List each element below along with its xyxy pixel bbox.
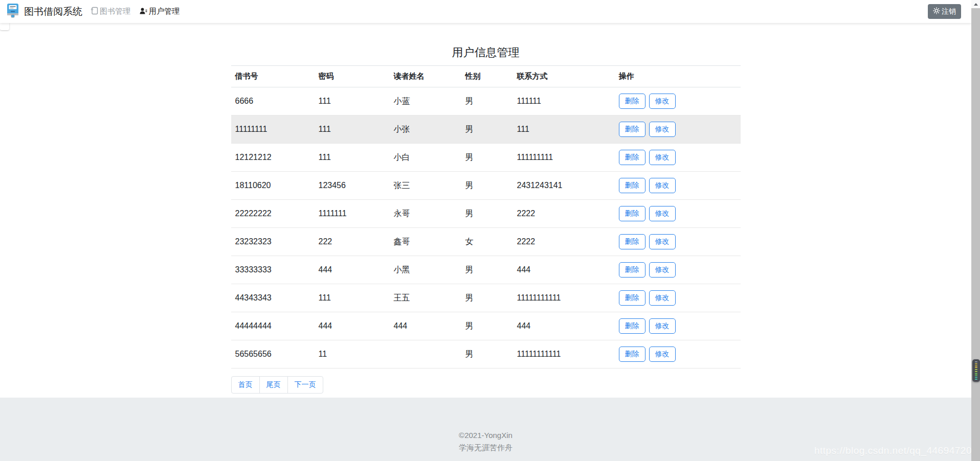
delete-button[interactable]: 删除	[619, 150, 645, 165]
watermark: https://blog.csdn.net/qq_44694720	[814, 445, 972, 456]
brand: 图书借阅系统	[6, 3, 82, 20]
person-icon	[140, 7, 147, 16]
cell-reader-name: 小张	[390, 116, 461, 144]
column-header-password: 密码	[315, 66, 390, 87]
scrollbar[interactable]	[971, 0, 980, 461]
edit-button[interactable]: 修改	[649, 122, 676, 137]
cell-gender: 男	[461, 172, 513, 200]
app-title: 图书借阅系统	[24, 5, 82, 18]
cell-reader-name: 王五	[390, 284, 461, 312]
cell-password: 444	[315, 312, 390, 340]
table-row: 12121212111小白男111111111删除修改	[231, 144, 741, 172]
nav-item-label: 图书管理	[100, 7, 130, 16]
cell-borrow-id: 23232323	[231, 228, 315, 256]
cell-reader-name: 张三	[390, 172, 461, 200]
cell-contact: 111111111	[513, 144, 615, 172]
column-header-gender: 性别	[461, 66, 513, 87]
delete-button[interactable]: 删除	[619, 290, 645, 306]
delete-button[interactable]: 删除	[619, 234, 645, 249]
table-row: 18110620123456张三男2431243141删除修改	[231, 172, 741, 200]
cell-borrow-id: 18110620	[231, 172, 315, 200]
cell-actions: 删除修改	[615, 284, 741, 312]
column-header-contact: 联系方式	[513, 66, 615, 87]
cell-actions: 删除修改	[615, 144, 741, 172]
cell-contact: 11111111111	[513, 284, 615, 312]
gear-icon	[933, 7, 940, 16]
delete-button[interactable]: 删除	[619, 94, 645, 109]
cell-actions: 删除修改	[615, 172, 741, 200]
table-row: 33333333444小黑男444删除修改	[231, 256, 741, 284]
page-last-button[interactable]: 尾页	[259, 376, 288, 394]
cell-gender: 男	[461, 116, 513, 144]
edit-button[interactable]: 修改	[649, 318, 676, 334]
table-row: 11111111111小张男111删除修改	[231, 116, 741, 144]
column-header-actions: 操作	[615, 66, 741, 87]
table-row: 44444444444444男444删除修改	[231, 312, 741, 340]
navbar: 图书借阅系统 图书管理	[0, 0, 971, 23]
page-next-button[interactable]: 下一页	[287, 376, 323, 394]
delete-button[interactable]: 删除	[619, 178, 645, 193]
logout-button[interactable]: 注销	[928, 4, 961, 19]
cell-password: 444	[315, 256, 390, 284]
cell-actions: 删除修改	[615, 116, 741, 144]
cell-reader-name: 鑫哥	[390, 228, 461, 256]
cell-reader-name: 小白	[390, 144, 461, 172]
cell-password: 111	[315, 116, 390, 144]
edit-button[interactable]: 修改	[649, 206, 676, 221]
cell-gender: 男	[461, 340, 513, 368]
users-table: 借书号 密码 读者姓名 性别 联系方式 操作 6666111小蓝男111111删…	[231, 65, 741, 368]
cell-password: 111	[315, 284, 390, 312]
page-first-button[interactable]: 首页	[231, 376, 260, 394]
edit-button[interactable]: 修改	[649, 234, 676, 249]
cell-gender: 男	[461, 256, 513, 284]
corner-widget	[0, 22, 9, 30]
cell-contact: 111	[513, 116, 615, 144]
cell-reader-name: 444	[390, 312, 461, 340]
nav-items: 图书管理 用户管理	[91, 7, 180, 16]
cell-gender: 男	[461, 87, 513, 116]
cell-borrow-id: 12121212	[231, 144, 315, 172]
delete-button[interactable]: 删除	[619, 347, 645, 362]
scrollbar-thumb[interactable]	[971, 8, 980, 461]
page-viewport: 图书借阅系统 图书管理	[0, 0, 971, 461]
edit-button[interactable]: 修改	[649, 262, 676, 278]
cell-contact: 444	[513, 256, 615, 284]
column-header-borrow-id: 借书号	[231, 66, 315, 87]
nav-item-user-management[interactable]: 用户管理	[140, 7, 180, 16]
edit-button[interactable]: 修改	[649, 178, 676, 193]
cell-contact: 111111	[513, 87, 615, 116]
cell-contact: 2222	[513, 228, 615, 256]
scroll-up-button[interactable]	[971, 0, 980, 8]
cell-gender: 男	[461, 200, 513, 228]
cell-borrow-id: 56565656	[231, 340, 315, 368]
pagination: 首页 尾页 下一页	[231, 376, 323, 394]
cell-password: 1111111	[315, 200, 390, 228]
delete-button[interactable]: 删除	[619, 262, 645, 278]
logout-label: 注销	[942, 7, 956, 16]
cell-borrow-id: 44444444	[231, 312, 315, 340]
edit-button[interactable]: 修改	[649, 290, 676, 306]
cell-password: 222	[315, 228, 390, 256]
footer-copyright: ©2021-YongXin	[0, 429, 971, 442]
cell-actions: 删除修改	[615, 340, 741, 368]
delete-button[interactable]: 删除	[619, 318, 645, 334]
cell-reader-name: 永哥	[390, 200, 461, 228]
edit-button[interactable]: 修改	[649, 150, 676, 165]
up-arrow-icon	[974, 3, 978, 6]
cell-password: 111	[315, 144, 390, 172]
delete-button[interactable]: 删除	[619, 122, 645, 137]
cell-gender: 男	[461, 312, 513, 340]
table-row: 23232323222鑫哥女2222删除修改	[231, 228, 741, 256]
edit-button[interactable]: 修改	[649, 94, 676, 109]
nav-item-book-management[interactable]: 图书管理	[91, 7, 130, 16]
edit-button[interactable]: 修改	[649, 347, 676, 362]
main-content: 用户信息管理 借书号 密码 读者姓名 性别 联系方式 操作 6666111小蓝男…	[231, 45, 741, 394]
cell-gender: 男	[461, 144, 513, 172]
scroll-minimap-widget	[972, 359, 980, 382]
cell-actions: 删除修改	[615, 87, 741, 116]
cell-borrow-id: 22222222	[231, 200, 315, 228]
delete-button[interactable]: 删除	[619, 206, 645, 221]
cell-borrow-id: 44343343	[231, 284, 315, 312]
cell-borrow-id: 6666	[231, 87, 315, 116]
cell-actions: 删除修改	[615, 312, 741, 340]
